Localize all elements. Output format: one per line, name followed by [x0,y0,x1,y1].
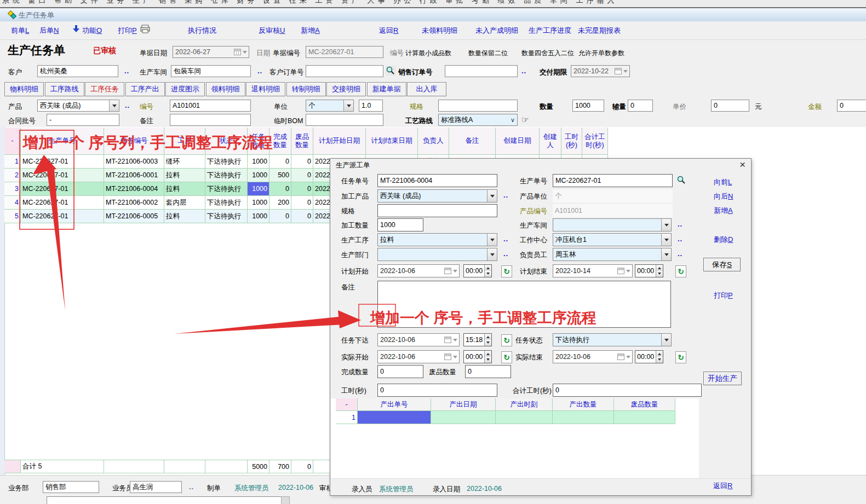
tab-交接明细[interactable]: 交接明细 [326,82,366,96]
table-cell[interactable]: MC-220627-01 [21,182,104,196]
toolbar-item-未领料明细[interactable]: 未领料明细 [422,26,457,36]
toolbar-item-新增A[interactable]: 新增A [301,26,320,36]
tab-新建单据[interactable]: 新建单据 [367,82,406,96]
table-cell[interactable]: MT-221006-0004 [104,182,164,196]
workshop-lookup-button[interactable]: .. [257,67,262,75]
printer-icon[interactable] [140,25,150,33]
unit-combo[interactable]: 个 [306,100,354,112]
route-combo[interactable]: 标准路线A ∨ [438,114,518,126]
spinner[interactable] [484,351,491,363]
table-cell[interactable]: 下达待执行 [205,155,248,169]
workshop-field[interactable]: 包装车间 [171,65,251,77]
amount-field[interactable]: 0 [837,100,866,112]
chevron-down-icon[interactable]: ∨ [508,114,517,125]
table-cell[interactable]: 0 [269,210,291,223]
tab-退料明细[interactable]: 退料明细 [246,82,285,96]
chevron-down-icon[interactable] [661,234,671,246]
worker-lookup-button[interactable]: .. [678,250,683,258]
table-cell[interactable]: 拉料 [164,169,205,182]
next-link[interactable]: 向后N [714,192,733,201]
plan-start-date[interactable]: 2022-10-06 [377,264,460,277]
table-cell[interactable]: 3 [4,182,21,196]
spinner[interactable] [484,334,491,346]
table-cell[interactable]: 0 [291,210,313,223]
table-cell[interactable]: MC-220627-01 [21,169,104,182]
table-cell[interactable]: 0 [291,182,313,196]
spinner[interactable] [484,265,491,277]
spec-field[interactable] [377,204,497,217]
save-button[interactable]: 保存S [703,258,741,271]
plan-end-date[interactable]: 2022-10-14 [553,264,633,277]
refresh-icon[interactable]: ↻ [675,351,686,363]
dept-lookup-button[interactable]: .. [503,250,508,258]
sales-order-field[interactable] [445,65,518,77]
tab-领料明细[interactable]: 领料明细 [206,82,245,96]
work-center-combo[interactable]: 冲压机台1 [553,233,672,246]
search-icon[interactable] [386,66,395,76]
table-cell[interactable]: 1 [4,155,21,169]
start-production-button[interactable]: 开始生产 [703,372,742,385]
process-lookup-button[interactable]: .. [503,235,508,243]
table-cell[interactable]: 0 [269,182,291,196]
sales-order-lookup-button[interactable]: .. [521,67,526,75]
remark-field[interactable] [170,114,251,126]
table-cell[interactable]: 0 [291,169,313,182]
price-field[interactable]: 0 [711,100,749,112]
act-start-time[interactable]: 00:00 [463,350,492,363]
workshop-lookup-button[interactable]: .. [678,220,683,228]
chevron-down-icon[interactable] [661,334,671,346]
table-cell[interactable]: 0 [269,155,291,169]
refresh-icon[interactable]: ↻ [501,265,512,277]
close-icon[interactable]: × [739,159,745,171]
add-link[interactable]: 新增A [714,206,733,216]
product-lookup-button[interactable]: .. [125,101,130,109]
print-link[interactable]: 打印P [714,291,733,300]
output-table-cell[interactable] [431,411,496,424]
dialog-remark-field[interactable] [377,281,671,328]
table-cell[interactable]: MT-221006-0002 [104,196,164,210]
table-cell[interactable]: MT-221006-0003 [104,155,164,169]
customer-field[interactable]: 杭州美桑 [37,65,118,77]
toolbar-item-功能O[interactable]: 功能O [82,26,102,36]
biz-dept-field[interactable]: 销售部 [43,481,99,493]
toolbar-item-未入产成明细[interactable]: 未入产成明细 [475,26,518,36]
product-combo[interactable]: 西关味 (成品) [37,100,119,112]
product-lookup-button[interactable]: .. [503,191,508,199]
status-combo[interactable]: 下达待执行 [553,333,672,346]
dialog-back-link[interactable]: 返回R [713,481,732,491]
work-center-lookup-button[interactable]: .. [678,235,683,243]
output-table-cell[interactable] [614,411,675,424]
table-cell[interactable]: 套内层 [164,196,205,210]
toolbar-item-后单N[interactable]: 后单N [39,26,59,36]
process-combo[interactable]: 拉料 [377,233,497,246]
toolbar-item-打印P[interactable]: 打印P [118,26,137,36]
table-cell[interactable]: 1000 [248,155,269,169]
tab-物料明细[interactable]: 物料明细 [4,82,44,96]
cust-order-field[interactable] [306,65,383,77]
worker-combo[interactable]: 周玉林 [553,248,672,261]
workshop-combo[interactable] [553,218,672,231]
customer-lookup-button[interactable]: .. [124,67,129,75]
act-end-time[interactable]: 00:00 [635,350,663,363]
chevron-down-icon[interactable] [487,234,497,246]
table-cell[interactable]: MT-221006-0005 [104,210,164,223]
product-combo[interactable]: 西关味 (成品) [377,189,497,202]
spinner[interactable] [656,265,663,277]
pointing-hand-icon[interactable]: ☞ [521,115,529,125]
doc-date-field[interactable]: 2022-06-27 [173,46,249,58]
toolbar-item-未完星期报表[interactable]: 未完星期报表 [578,26,621,36]
table-cell[interactable]: 下达待执行 [205,210,248,223]
refresh-icon[interactable]: ↻ [501,334,512,346]
tab-出入库[interactable]: 出入库 [407,82,446,96]
partial-bottom-field[interactable] [47,496,282,504]
dispatch-date[interactable]: 2022-10-06 [377,333,460,346]
table-cell[interactable]: 下达待执行 [205,196,248,210]
act-end-date[interactable]: 2022-10-06 [553,350,633,363]
table-cell[interactable]: 缝环 [164,155,205,169]
tab-工序产出[interactable]: 工序产出 [125,82,165,96]
batch-field[interactable]: - [47,114,119,126]
scrollbar-grip[interactable] [281,496,290,504]
aux-qty-field[interactable]: 0 [628,100,653,112]
tab-工序路线[interactable]: 工序路线 [45,82,84,96]
output-table-cell[interactable] [553,411,614,424]
